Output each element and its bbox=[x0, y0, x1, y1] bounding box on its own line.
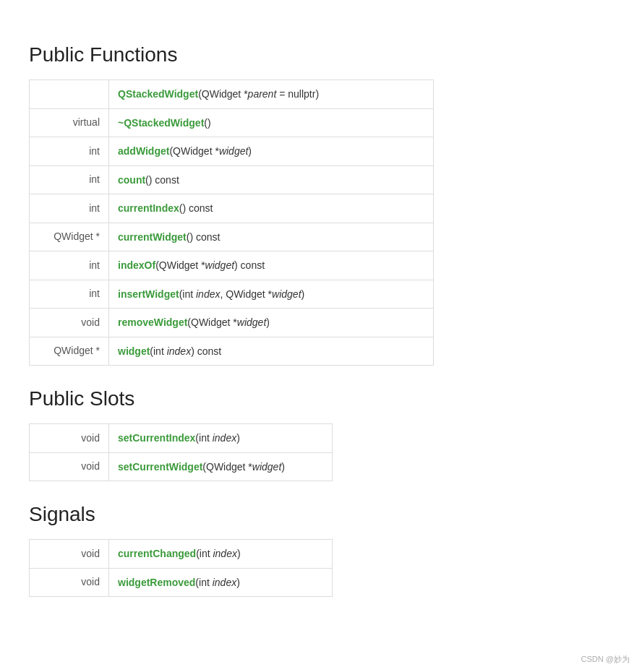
func-name[interactable]: ~QStackedWidget bbox=[118, 117, 204, 129]
func-name[interactable]: QStackedWidget bbox=[118, 88, 198, 100]
func-args: () const bbox=[187, 231, 221, 243]
func-cell: addWidget(QWidget *widget) bbox=[109, 137, 434, 166]
return-type-cell: void bbox=[30, 540, 109, 569]
func-cell: widget(int index) const bbox=[109, 337, 434, 366]
public-slots-title: Public Slots bbox=[29, 387, 608, 410]
return-type-cell: void bbox=[30, 452, 109, 481]
func-args: (QWidget *parent = nullptr) bbox=[198, 88, 319, 100]
func-args: (QWidget *widget) bbox=[169, 145, 252, 157]
table-row: int insertWidget(int index, QWidget *wid… bbox=[30, 280, 434, 309]
func-name[interactable]: removeWidget bbox=[118, 316, 187, 328]
func-cell: ~QStackedWidget() bbox=[109, 108, 434, 137]
func-cell: widgetRemoved(int index) bbox=[109, 568, 333, 597]
func-cell: currentChanged(int index) bbox=[109, 540, 333, 569]
func-cell: insertWidget(int index, QWidget *widget) bbox=[109, 280, 434, 309]
table-row: QWidget * widget(int index) const bbox=[30, 337, 434, 366]
func-name[interactable]: currentIndex bbox=[118, 202, 179, 214]
func-cell: setCurrentIndex(int index) bbox=[109, 424, 333, 453]
return-type-cell: QWidget * bbox=[30, 223, 109, 251]
func-args: (QWidget *widget) bbox=[202, 461, 285, 473]
func-name[interactable]: widget bbox=[118, 345, 150, 357]
table-row: void removeWidget(QWidget *widget) bbox=[30, 309, 434, 337]
signals-title: Signals bbox=[29, 503, 608, 526]
table-row: void setCurrentIndex(int index) bbox=[30, 424, 333, 453]
table-row: void widgetRemoved(int index) bbox=[30, 568, 333, 597]
return-type-cell: virtual bbox=[30, 108, 109, 137]
func-cell: currentIndex() const bbox=[109, 194, 434, 223]
table-row: void currentChanged(int index) bbox=[30, 540, 333, 569]
func-args: () const bbox=[179, 202, 213, 214]
func-args: (QWidget *widget) const bbox=[155, 259, 265, 271]
return-type-cell: int bbox=[30, 137, 109, 166]
func-name[interactable]: addWidget bbox=[118, 145, 169, 157]
func-cell: QStackedWidget(QWidget *parent = nullptr… bbox=[109, 80, 434, 109]
return-type-cell: QWidget * bbox=[30, 337, 109, 366]
func-name[interactable]: currentWidget bbox=[118, 231, 187, 243]
signals-table: void currentChanged(int index) void widg… bbox=[29, 539, 333, 597]
func-cell: indexOf(QWidget *widget) const bbox=[109, 251, 434, 280]
func-args: (QWidget *widget) bbox=[187, 316, 270, 328]
func-name[interactable]: count bbox=[118, 174, 145, 186]
func-name[interactable]: indexOf bbox=[118, 259, 155, 271]
return-type-cell: void bbox=[30, 309, 109, 337]
func-args: () bbox=[204, 117, 210, 129]
table-row: int addWidget(QWidget *widget) bbox=[30, 137, 434, 166]
func-name[interactable]: widgetRemoved bbox=[118, 577, 195, 588]
public-functions-title: Public Functions bbox=[29, 43, 608, 66]
func-cell: currentWidget() const bbox=[109, 223, 434, 251]
table-row: int indexOf(QWidget *widget) const bbox=[30, 251, 434, 280]
func-name[interactable]: setCurrentWidget bbox=[118, 461, 202, 473]
func-args: (int index, QWidget *widget) bbox=[179, 288, 305, 300]
func-cell: setCurrentWidget(QWidget *widget) bbox=[109, 452, 333, 481]
table-row: QStackedWidget(QWidget *parent = nullptr… bbox=[30, 80, 434, 109]
return-type-cell bbox=[30, 80, 109, 109]
func-name[interactable]: insertWidget bbox=[118, 288, 179, 300]
return-type-cell: int bbox=[30, 280, 109, 309]
func-cell: count() const bbox=[109, 165, 434, 194]
table-row: int count() const bbox=[30, 165, 434, 194]
func-args: (int index) bbox=[196, 548, 240, 559]
func-cell: removeWidget(QWidget *widget) bbox=[109, 309, 434, 337]
func-args: () const bbox=[145, 174, 179, 186]
func-args: (int index) bbox=[195, 432, 239, 444]
table-row: void setCurrentWidget(QWidget *widget) bbox=[30, 452, 333, 481]
return-type-cell: int bbox=[30, 194, 109, 223]
public-functions-table: QStackedWidget(QWidget *parent = nullptr… bbox=[29, 79, 434, 366]
public-slots-table: void setCurrentIndex(int index) void set… bbox=[29, 423, 333, 481]
return-type-cell: int bbox=[30, 165, 109, 194]
return-type-cell: void bbox=[30, 568, 109, 597]
func-args: (int index) bbox=[195, 577, 239, 588]
func-args: (int index) const bbox=[150, 345, 221, 357]
table-row: QWidget * currentWidget() const bbox=[30, 223, 434, 251]
table-row: virtual ~QStackedWidget() bbox=[30, 108, 434, 137]
table-row: int currentIndex() const bbox=[30, 194, 434, 223]
return-type-cell: void bbox=[30, 424, 109, 453]
return-type-cell: int bbox=[30, 251, 109, 280]
func-name[interactable]: setCurrentIndex bbox=[118, 432, 195, 444]
func-name[interactable]: currentChanged bbox=[118, 548, 196, 559]
